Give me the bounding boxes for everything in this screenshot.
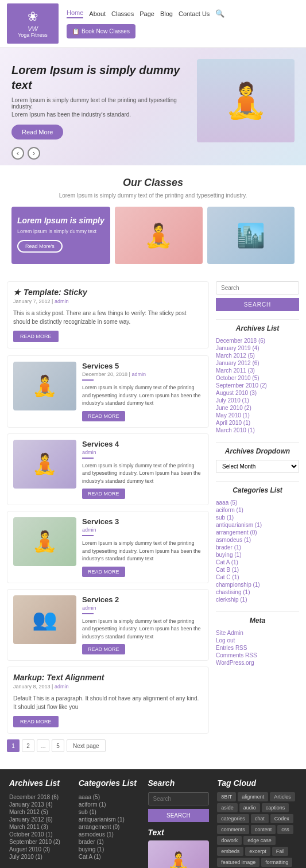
nav-page[interactable]: Page [140, 10, 154, 17]
service-post-4-title[interactable]: Services 2 [82, 595, 203, 604]
tag-8bit[interactable]: 8BIT [217, 792, 236, 801]
footer-search-input[interactable] [148, 792, 210, 805]
archives-dropdown-select[interactable]: Select Month [216, 460, 299, 473]
cat-aaaa[interactable]: aaaa (5) [216, 499, 299, 506]
archive-jan-2012[interactable]: January 2012 (6) [216, 359, 299, 367]
tag-featured-image[interactable]: featured image [217, 858, 259, 867]
tag-audio[interactable]: audio [239, 803, 260, 812]
cat-arrangement[interactable]: arrangement (0) [216, 529, 299, 536]
footer-archive-4[interactable]: March 2011 (3) [9, 823, 71, 831]
archive-sep-2010[interactable]: September 2010 (2) [216, 382, 299, 389]
sidebar-search-input[interactable] [216, 281, 299, 294]
footer-cat-0[interactable]: aaaa (5) [79, 793, 140, 801]
footer-cat-7[interactable]: buying (1) [79, 846, 140, 853]
footer-archive-8[interactable]: July 2010 (1) [9, 853, 71, 861]
footer-archive-3[interactable]: January 2012 (6) [9, 816, 71, 823]
tag-categories[interactable]: categories [217, 814, 249, 823]
cat-championship[interactable]: championship (1) [216, 581, 299, 588]
sidebar-search-button[interactable]: SEARCH [216, 298, 299, 311]
footer-archive-5[interactable]: October 2010 (1) [9, 831, 71, 838]
footer-archive-2[interactable]: March 2012 (5) [9, 808, 71, 816]
markup-read-more-button[interactable]: READ MORE [13, 716, 59, 727]
tag-comments[interactable]: comments [217, 825, 249, 834]
archive-aug-2010[interactable]: August 2010 (3) [216, 389, 299, 397]
archive-mar-2011[interactable]: March 2011 (3) [216, 367, 299, 374]
hero-read-more-button[interactable]: Read More [11, 125, 63, 140]
service-4-read-more-button[interactable]: READ MORE [82, 644, 125, 654]
page-1-button[interactable]: 1 [7, 739, 20, 752]
nav-about[interactable]: About [89, 10, 106, 17]
cat-aciform[interactable]: aciform (1) [216, 506, 299, 514]
tag-alignment[interactable]: alignment [238, 792, 268, 801]
tag-embeds[interactable]: embeds [217, 847, 243, 856]
cat-b[interactable]: Cat B (1) [216, 566, 299, 574]
tag-dowork[interactable]: dowork [217, 836, 242, 845]
footer-archive-0[interactable]: December 2018 (6) [9, 793, 71, 801]
meta-entries-rss[interactable]: Entries RSS [216, 644, 299, 652]
archive-mar-2012[interactable]: March 2012 (5) [216, 352, 299, 359]
tag-css[interactable]: css [277, 825, 293, 834]
tag-articles[interactable]: Articles [270, 792, 295, 801]
cat-brader[interactable]: brader (1) [216, 544, 299, 551]
next-slide-button[interactable]: › [28, 147, 40, 160]
footer-archive-6[interactable]: September 2010 (2) [9, 838, 71, 846]
tag-edge-case[interactable]: edge case [243, 836, 276, 845]
archive-oct-2010[interactable]: October 2010 (5) [216, 374, 299, 382]
meta-wordpress-org[interactable]: WordPress.org [216, 659, 299, 666]
tag-captions[interactable]: captions [262, 803, 289, 812]
service-post-1-title[interactable]: Services 5 [82, 362, 203, 370]
cat-chastising[interactable]: chastising (1) [216, 588, 299, 596]
nav-home[interactable]: Home [67, 9, 83, 18]
meta-site-admin[interactable]: Site Admin [216, 629, 299, 637]
archive-dec-2018[interactable]: December 2018 (6) [216, 337, 299, 344]
footer-search-button[interactable]: SEARCH [148, 809, 210, 822]
footer-cat-8[interactable]: Cat A (1) [79, 853, 140, 861]
archive-jun-2010[interactable]: June 2010 (2) [216, 404, 299, 412]
service-2-read-more-button[interactable]: READ MORE [82, 489, 125, 499]
service-3-read-more-button[interactable]: READ MORE [82, 567, 125, 577]
tag-aside[interactable]: aside [217, 803, 238, 812]
tag-fail[interactable]: Fail [272, 847, 289, 856]
book-now-button[interactable]: 📋 Book Now Classes [67, 24, 135, 38]
archive-jan-2019[interactable]: January 2019 (4) [216, 344, 299, 352]
service-post-2-title[interactable]: Services 4 [82, 440, 203, 448]
cat-sub[interactable]: sub (1) [216, 514, 299, 521]
service-1-read-more-button[interactable]: READ MORE [82, 411, 125, 421]
prev-slide-button[interactable]: ‹ [11, 147, 24, 160]
cat-asmodeus[interactable]: asmodeus (1) [216, 536, 299, 544]
markup-post-title[interactable]: Markup: Text Alignment [13, 673, 203, 682]
nav-blog[interactable]: Blog [160, 10, 173, 17]
archive-mar-2010[interactable]: March 2010 (1) [216, 427, 299, 434]
archive-jul-2010[interactable]: July 2010 (1) [216, 397, 299, 404]
next-page-button[interactable]: Next page [67, 739, 106, 752]
footer-cat-5[interactable]: asmodeus (1) [79, 831, 140, 838]
footer-archive-1[interactable]: January 2013 (4) [9, 801, 71, 808]
footer-cat-4[interactable]: arrangement (0) [79, 823, 140, 831]
tag-content[interactable]: content [251, 825, 276, 834]
class-read-more-button[interactable]: Read More's [17, 240, 63, 253]
tag-codex[interactable]: Codex [270, 814, 293, 823]
page-5-button[interactable]: 5 [52, 739, 64, 752]
nav-contact[interactable]: Contact Us [179, 10, 210, 17]
archive-apr-2010[interactable]: April 2010 (1) [216, 419, 299, 427]
logo[interactable]: ❀ VW Yoga Fitness [7, 3, 59, 44]
footer-cat-3[interactable]: antiquarianism (1) [79, 816, 140, 823]
sticky-read-more-button[interactable]: READ MORE [13, 331, 59, 342]
tag-formatting[interactable]: formatting [261, 858, 292, 867]
search-icon[interactable]: 🔍 [215, 9, 224, 18]
tag-chat[interactable]: chat [251, 814, 269, 823]
page-2-button[interactable]: 2 [22, 739, 34, 752]
cat-c[interactable]: Cat C (1) [216, 574, 299, 581]
meta-logout[interactable]: Log out [216, 637, 299, 644]
cat-buying[interactable]: buying (1) [216, 551, 299, 559]
cat-antiquarianism[interactable]: antiquarianism (1) [216, 521, 299, 529]
footer-cat-2[interactable]: sub (1) [79, 808, 140, 816]
class-card-featured[interactable]: Lorem Ipsum is simply Lorem ipsum is sim… [11, 207, 110, 264]
service-post-3-title[interactable]: Services 3 [82, 517, 203, 526]
footer-cat-1[interactable]: aciform (1) [79, 801, 140, 808]
meta-comments-rss[interactable]: Comments RSS [216, 652, 299, 659]
nav-classes[interactable]: Classes [111, 10, 134, 17]
cat-clerkship[interactable]: clerkship (1) [216, 596, 299, 603]
archive-may-2010[interactable]: May 2010 (1) [216, 412, 299, 419]
footer-archive-7[interactable]: August 2010 (3) [9, 846, 71, 853]
